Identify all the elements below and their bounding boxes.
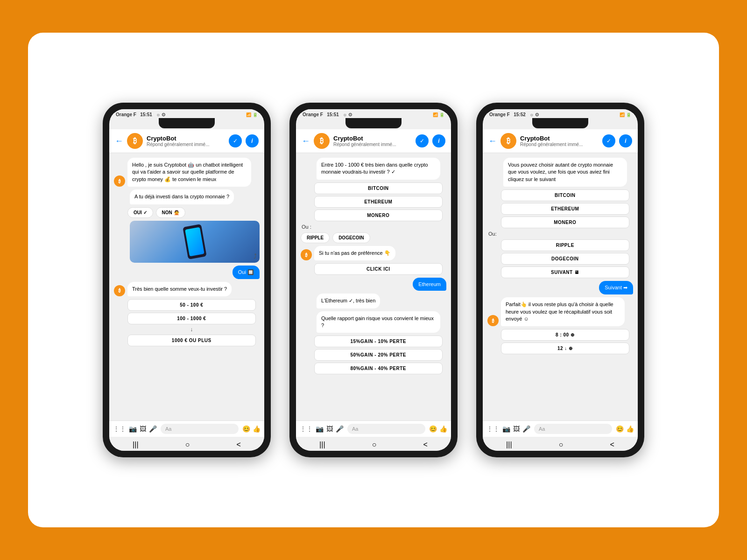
input-icons-3: ⋮⋮ 📷 🖼 🎤 bbox=[486, 425, 530, 433]
image-icon-2[interactable]: 🖼 bbox=[326, 425, 333, 433]
input-icons-1: ⋮⋮ 📷 🖼 🎤 bbox=[113, 425, 157, 433]
btn-ripple-2[interactable]: RIPPLE bbox=[301, 232, 330, 243]
btn-ethereum-3[interactable]: ETHEREUM bbox=[501, 203, 629, 215]
status-bar-1: Orange F 15:51 ☼ ⊙ 📶 🔋 bbox=[109, 109, 264, 119]
bot-bubble-1b: A tu déjà investi dans la crypto monnaie… bbox=[130, 189, 234, 204]
carrier-time-3: Orange F 15:52 ☼ ⊙ bbox=[489, 112, 539, 117]
nav-home-2[interactable]: ○ bbox=[372, 441, 377, 449]
chat-header-1: ← ₿ CryptoBot Répond généralement immé..… bbox=[109, 129, 264, 153]
share-icon[interactable]: ⤴ bbox=[254, 252, 257, 260]
qr-stack-3a: BITCOIN ETHEREUM MONERO bbox=[501, 189, 629, 228]
phone-screen-inner bbox=[185, 227, 204, 256]
nav-home-3[interactable]: ○ bbox=[559, 441, 564, 449]
status-bar-3: Orange F 15:52 ☼ ⊙ 📶 🔋 bbox=[483, 109, 638, 119]
phone-2-screen: Orange F 15:51 ☼ ⊙ 📶 🔋 ← ₿ CryptoBot Rép… bbox=[296, 109, 451, 451]
like-icon-3[interactable]: 👍 bbox=[626, 425, 634, 433]
user-bubble-2a: Ethereum bbox=[413, 278, 446, 291]
bot-bubble-2a: Entre 100 - 1000 € très bien dans quelle… bbox=[317, 158, 440, 180]
btn-dogecoin-2[interactable]: DOGECOIN bbox=[332, 232, 370, 243]
btn-monero-3[interactable]: MONERO bbox=[501, 217, 629, 228]
chat-input-bar-3: ⋮⋮ 📷 🖼 🎤 Aa 😊 👍 bbox=[483, 420, 638, 437]
btn-12h[interactable]: 12 ↓ ⊕ bbox=[501, 343, 629, 354]
btn-suivant-3[interactable]: SUIVANT 🖥 bbox=[501, 266, 629, 278]
btn-ripple-3[interactable]: RIPPLE bbox=[501, 239, 629, 251]
nav-menu-1[interactable]: ||| bbox=[133, 441, 138, 449]
nav-back-1[interactable]: < bbox=[237, 441, 241, 449]
message-input-1[interactable]: Aa bbox=[161, 424, 239, 434]
bot-msg-row-1b: A tu déjà investi dans la crypto monnaie… bbox=[114, 189, 260, 204]
phone-mockup bbox=[183, 224, 207, 259]
grid-icon-2[interactable]: ⋮⋮ bbox=[300, 425, 313, 433]
like-icon-2[interactable]: 👍 bbox=[439, 425, 447, 433]
chat-area-1: ₿ Hello , je suis Cryptobot 🤖 un chatbot… bbox=[109, 153, 264, 420]
ou-label-3: Ou: bbox=[487, 231, 497, 237]
arrow-down-1: ↓ bbox=[127, 326, 256, 333]
phone-3-screen: Orange F 15:52 ☼ ⊙ 📶 🔋 ← ₿ CryptoBot Rép… bbox=[483, 109, 638, 451]
status-bar-2: Orange F 15:51 ☼ ⊙ 📶 🔋 bbox=[296, 109, 451, 119]
chat-area-3: Vous pouvez choisir autant de crypto mon… bbox=[483, 153, 638, 420]
nav-back-2[interactable]: < bbox=[423, 441, 428, 449]
check-icon-1[interactable]: ✓ bbox=[229, 134, 242, 147]
mic-icon-1[interactable]: 🎤 bbox=[149, 425, 157, 433]
grid-icon-3[interactable]: ⋮⋮ bbox=[486, 425, 500, 433]
bot-av-small-1a: ₿ bbox=[114, 175, 125, 187]
bot-name-2: CryptoBot bbox=[333, 135, 412, 142]
btn-50-100[interactable]: 50 - 100 € bbox=[127, 299, 256, 311]
btn-monero-2[interactable]: MONERO bbox=[314, 210, 443, 221]
camera-icon-3[interactable]: 📷 bbox=[502, 425, 510, 433]
qr-stack-2c: 15%GAIN - 10% PERTE 50%GAIN - 20% PERTE … bbox=[314, 336, 443, 374]
btn-ethereum-2[interactable]: ETHEREUM bbox=[314, 196, 443, 208]
nav-bar-1: ||| ○ < bbox=[109, 437, 264, 451]
camera-icon-2[interactable]: 📷 bbox=[316, 425, 324, 433]
image-icon-3[interactable]: 🖼 bbox=[513, 425, 520, 433]
btn-80gain[interactable]: 80%GAIN - 40% PERTE bbox=[314, 363, 443, 374]
info-icon-1[interactable]: i bbox=[246, 134, 259, 147]
bot-bubble-3a: Vous pouvez choisir autant de crypto mon… bbox=[503, 158, 627, 187]
bot-bubble-2c: L'Ethereum ✓, très bien bbox=[317, 294, 380, 308]
like-icon-1[interactable]: 👍 bbox=[253, 425, 261, 433]
btn-100-1000[interactable]: 100 - 1000 € bbox=[127, 313, 256, 324]
bot-name-3: CryptoBot bbox=[520, 135, 599, 142]
nav-menu-3[interactable]: ||| bbox=[506, 441, 512, 449]
btn-15gain[interactable]: 15%GAIN - 10% PERTE bbox=[314, 336, 443, 347]
message-input-2[interactable]: Aa bbox=[347, 424, 425, 434]
grid-icon-1[interactable]: ⋮⋮ bbox=[113, 425, 126, 433]
back-button-2[interactable]: ← bbox=[302, 136, 310, 146]
info-icon-2[interactable]: i bbox=[432, 134, 445, 147]
camera-icon-1[interactable]: 📷 bbox=[129, 425, 137, 433]
btn-dogecoin-3[interactable]: DOGECOIN bbox=[501, 253, 629, 265]
btn-50gain[interactable]: 50%GAIN - 20% PERTE bbox=[314, 349, 443, 361]
info-icon-3[interactable]: i bbox=[619, 134, 632, 147]
bot-msg-row-3b: ₿ Parfait👆 il vous reste plus qu'à chois… bbox=[487, 297, 633, 326]
message-input-3[interactable]: Aa bbox=[534, 424, 612, 434]
user-bubble-3a: Suivant ➡ bbox=[599, 281, 633, 294]
main-card: Orange F 15:51 ☼ ⊙ 📶 🔋 ← ₿ CryptoBot Rép… bbox=[28, 33, 719, 527]
back-button-3[interactable]: ← bbox=[488, 136, 497, 146]
qr-stack-3b: RIPPLE DOGECOIN SUIVANT 🖥 bbox=[501, 239, 629, 278]
check-icon-2[interactable]: ✓ bbox=[416, 134, 429, 147]
btn-bitcoin-2[interactable]: BITCOIN bbox=[314, 182, 443, 194]
emoji-icon-3[interactable]: 😊 bbox=[616, 425, 624, 433]
header-icons-2: ✓ i bbox=[416, 134, 445, 147]
emoji-icon-2[interactable]: 😊 bbox=[429, 425, 437, 433]
check-icon-3[interactable]: ✓ bbox=[602, 134, 615, 147]
oui-button[interactable]: OUI ✓ bbox=[127, 207, 153, 218]
nav-home-1[interactable]: ○ bbox=[185, 441, 190, 449]
btn-click-ici[interactable]: CLICK ICI bbox=[314, 263, 443, 275]
phone-image-row: ⤴ bbox=[114, 221, 260, 263]
image-icon-1[interactable]: 🖼 bbox=[140, 425, 146, 433]
bot-status-3: Répond généralement immé... bbox=[520, 142, 599, 147]
btn-1000-plus[interactable]: 1000 € OU PLUS bbox=[127, 335, 256, 346]
bot-avatar-3: ₿ bbox=[500, 133, 516, 149]
nav-menu-2[interactable]: ||| bbox=[319, 441, 325, 449]
input-icons-2: ⋮⋮ 📷 🖼 🎤 bbox=[300, 425, 344, 433]
mic-icon-3[interactable]: 🎤 bbox=[522, 425, 530, 433]
emoji-icon-1[interactable]: 😊 bbox=[242, 425, 250, 433]
header-icons-3: ✓ i bbox=[602, 134, 632, 147]
btn-bitcoin-3[interactable]: BITCOIN bbox=[501, 189, 629, 201]
non-button[interactable]: NON 🙅 bbox=[156, 207, 185, 218]
btn-8h[interactable]: 8 : 00 ⊕ bbox=[501, 329, 629, 341]
mic-icon-2[interactable]: 🎤 bbox=[336, 425, 344, 433]
back-button-1[interactable]: ← bbox=[115, 136, 123, 146]
nav-back-3[interactable]: < bbox=[610, 441, 614, 449]
